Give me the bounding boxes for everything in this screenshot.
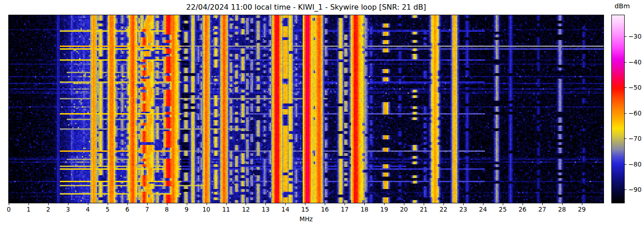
plot-frame (8, 15, 604, 203)
x-axis-tick (127, 203, 128, 205)
x-axis-tick (207, 203, 207, 205)
x-axis-tick-label: 1 (27, 206, 31, 213)
x-axis-tick-label: 16 (321, 206, 329, 213)
spectrogram-figure: 22/04/2024 11:00 local time - KIWI_1 - S… (0, 0, 644, 230)
colorbar-tick-label: −60 (628, 109, 642, 116)
x-axis-tick (483, 203, 483, 205)
spectrogram-canvas (9, 15, 604, 203)
x-axis-tick-label: 19 (380, 206, 388, 213)
x-axis-tick-label: 14 (282, 206, 289, 213)
x-axis-label: MHz (9, 215, 604, 223)
colorbar-tick (625, 36, 627, 37)
x-axis-tick (443, 203, 444, 205)
x-axis-tick (108, 203, 108, 205)
x-axis-tick-label: 29 (578, 206, 586, 213)
x-axis-tick (68, 203, 69, 205)
x-axis-tick (503, 203, 503, 205)
x-axis-tick-label: 0 (7, 206, 11, 213)
colorbar-tick (625, 190, 627, 190)
colorbar-tick-label: −40 (628, 58, 642, 65)
x-axis-tick (187, 203, 187, 205)
colorbar-tick (625, 113, 627, 114)
x-axis-tick-label: 10 (202, 206, 210, 213)
x-axis-tick (147, 203, 148, 205)
x-axis-tick-label: 15 (301, 206, 309, 213)
x-axis-tick-label: 9 (184, 206, 189, 213)
x-axis-tick-label: 20 (400, 206, 408, 213)
x-axis-tick (265, 203, 266, 205)
x-axis-tick-label: 22 (439, 206, 447, 213)
x-axis-tick (364, 203, 365, 205)
x-axis-tick (523, 203, 523, 205)
x-axis-tick (384, 203, 385, 205)
x-axis-tick-label: 5 (105, 206, 109, 213)
x-axis-tick-label: 11 (222, 206, 230, 213)
x-axis-tick-label: 4 (86, 206, 90, 213)
colorbar-tick-label: −90 (628, 186, 642, 193)
x-axis-tick (542, 203, 543, 205)
x-axis-tick (404, 203, 404, 205)
x-axis-tick-label: 26 (518, 206, 526, 213)
colorbar-frame (611, 15, 625, 203)
x-axis-tick-label: 24 (479, 206, 487, 213)
x-axis-tick-label: 7 (145, 206, 149, 213)
x-axis-tick-label: 27 (538, 206, 546, 213)
x-axis-tick (463, 203, 464, 205)
x-axis-tick (562, 203, 563, 205)
x-axis-tick-label: 12 (242, 206, 250, 213)
x-axis-tick (325, 203, 325, 205)
x-axis-tick (582, 203, 582, 205)
colorbar-tick (625, 138, 627, 139)
x-axis-tick-label: 13 (262, 206, 270, 213)
colorbar-tick (625, 164, 627, 165)
colorbar-tick-label: −70 (628, 135, 642, 142)
x-axis-tick-label: 3 (66, 206, 70, 213)
colorbar-tick-label: −80 (628, 160, 642, 167)
x-axis-tick (345, 203, 345, 205)
colorbar-tick-label: −50 (628, 84, 642, 91)
x-axis-tick (226, 203, 227, 205)
x-axis-tick-label: 18 (361, 206, 368, 213)
colorbar-tick (625, 62, 627, 63)
x-axis-tick-label: 21 (420, 206, 427, 213)
x-axis-tick (88, 203, 88, 205)
x-axis-tick (305, 203, 305, 205)
x-axis-tick-label: 28 (558, 206, 566, 213)
colorbar-label: dBm (615, 2, 630, 10)
colorbar-tick (625, 87, 627, 88)
x-axis-tick (29, 203, 29, 205)
x-axis-tick (167, 203, 167, 205)
colorbar-canvas (612, 15, 624, 203)
plot-title: 22/04/2024 11:00 local time - KIWI_1 - S… (9, 3, 604, 12)
x-axis-tick-label: 8 (165, 206, 169, 213)
x-axis-tick-label: 2 (46, 206, 51, 213)
x-axis-tick (9, 203, 9, 205)
x-axis-tick (285, 203, 286, 205)
x-axis-tick (246, 203, 246, 205)
x-axis-tick (48, 203, 49, 205)
x-axis-tick-label: 6 (125, 206, 129, 213)
colorbar-tick-label: −30 (628, 33, 642, 40)
x-axis-tick-label: 17 (341, 206, 349, 213)
x-axis-tick-label: 23 (459, 206, 467, 213)
x-axis-tick (424, 203, 424, 205)
x-axis-tick-label: 25 (499, 206, 506, 213)
